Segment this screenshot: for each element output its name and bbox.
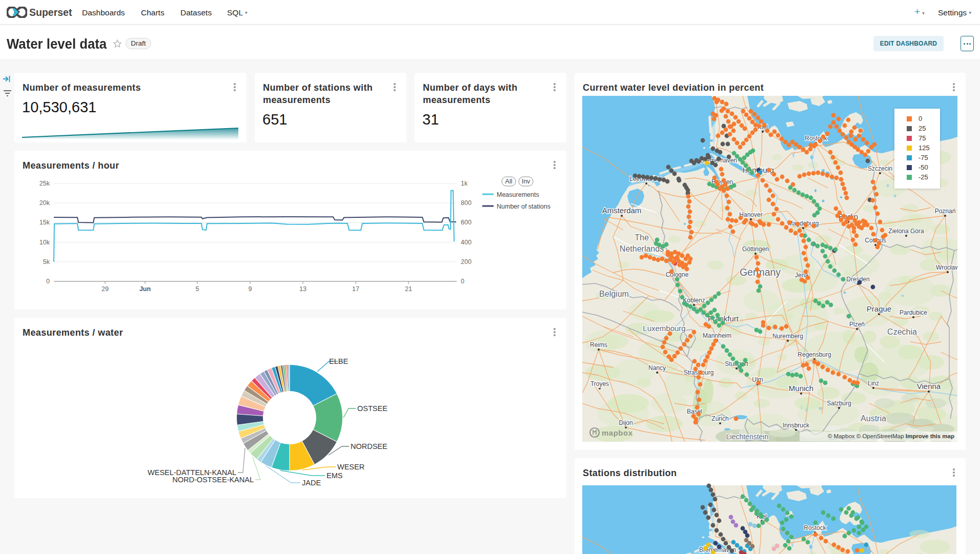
svg-text:NORD-OSTSEE-KANAL: NORD-OSTSEE-KANAL (172, 476, 254, 484)
svg-text:Measurements: Measurements (497, 191, 539, 198)
svg-text:0: 0 (918, 115, 922, 122)
svg-text:0: 0 (46, 278, 50, 285)
svg-text:200: 200 (461, 258, 472, 265)
svg-text:9: 9 (249, 285, 252, 293)
svg-text:400: 400 (461, 239, 472, 246)
svg-text:OSTSEE: OSTSEE (357, 404, 387, 413)
svg-text:5k: 5k (43, 258, 50, 265)
svg-text:All: All (505, 178, 513, 185)
svg-text:ELBE: ELBE (329, 357, 348, 365)
svg-text:800: 800 (461, 199, 472, 207)
svg-text:20k: 20k (39, 199, 50, 207)
svg-text:600: 600 (461, 219, 472, 226)
svg-text:1k: 1k (461, 180, 468, 187)
svg-text:WESEL-DATTELN-KANAL: WESEL-DATTELN-KANAL (148, 468, 236, 477)
svg-text:-75: -75 (918, 154, 928, 161)
svg-text:15k: 15k (39, 219, 50, 226)
svg-text:21: 21 (405, 285, 412, 293)
svg-text:10k: 10k (39, 239, 50, 246)
svg-text:25k: 25k (39, 180, 50, 187)
svg-text:Inv: Inv (522, 178, 530, 185)
svg-text:© Mapbox © OpenStreetMap Impro: © Mapbox © OpenStreetMap Improve this ma… (828, 433, 954, 439)
svg-text:-25: -25 (918, 173, 928, 181)
svg-text:Jun: Jun (139, 285, 151, 293)
svg-text:WESER: WESER (337, 463, 364, 471)
svg-text:Number of stations: Number of stations (497, 203, 550, 210)
svg-text:25: 25 (918, 125, 926, 132)
svg-text:125: 125 (918, 144, 930, 152)
svg-text:17: 17 (352, 285, 359, 293)
svg-text:JADE: JADE (302, 479, 321, 487)
svg-text:13: 13 (299, 285, 307, 293)
svg-text:-50: -50 (918, 163, 928, 171)
svg-text:5: 5 (196, 285, 199, 293)
svg-text:75: 75 (918, 134, 926, 142)
svg-text:EMS: EMS (326, 471, 342, 480)
svg-text:mapbox: mapbox (602, 428, 633, 437)
svg-text:29: 29 (101, 285, 109, 293)
svg-text:0: 0 (461, 278, 464, 285)
svg-text:NORDSEE: NORDSEE (351, 442, 387, 450)
